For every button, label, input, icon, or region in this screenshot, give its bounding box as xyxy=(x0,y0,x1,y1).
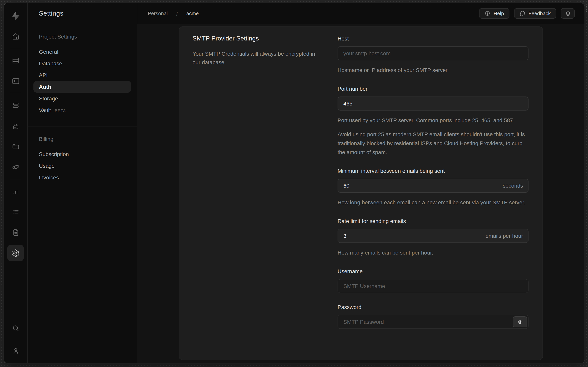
nav-item-auth[interactable]: Auth xyxy=(33,81,131,93)
nav-section-project-settings: Project Settings General Database API Au… xyxy=(28,24,137,126)
auth-lock-icon[interactable] xyxy=(7,118,24,134)
bell-icon xyxy=(564,10,571,17)
smtp-panel-description: Your SMTP Credentials will always be enc… xyxy=(193,50,322,67)
breadcrumb-org[interactable]: Personal xyxy=(148,10,168,16)
smtp-settings-panel: SMTP Provider Settings Your SMTP Credent… xyxy=(179,26,543,360)
nav-section-billing: Billing Subscription Usage Invoices xyxy=(28,126,137,193)
window-handle-dots xyxy=(586,6,587,12)
interval-helper-text: How long between each email can a new em… xyxy=(338,198,529,207)
page-title: Settings xyxy=(39,9,63,17)
rate-limit-input[interactable] xyxy=(338,229,529,243)
reveal-password-button[interactable] xyxy=(513,317,527,327)
app-window: Settings Project Settings General Databa… xyxy=(4,3,585,363)
sql-editor-icon[interactable] xyxy=(7,73,24,89)
feedback-button-label: Feedback xyxy=(529,10,551,16)
desktop-background: Settings Project Settings General Databa… xyxy=(0,0,588,367)
settings-gear-icon[interactable] xyxy=(7,245,24,261)
reports-chart-icon[interactable] xyxy=(7,183,24,199)
settings-nav-panel: Settings Project Settings General Databa… xyxy=(28,3,137,363)
notifications-button[interactable] xyxy=(561,8,575,19)
port-label: Port number xyxy=(338,86,529,92)
rail-divider xyxy=(10,179,21,179)
nav-item-invoices[interactable]: Invoices xyxy=(33,172,131,183)
header-actions: Help Feedback xyxy=(479,8,575,19)
port-input[interactable] xyxy=(338,97,529,110)
storage-folder-icon[interactable] xyxy=(7,138,24,155)
password-label: Password xyxy=(338,304,529,310)
nav-item-api[interactable]: API xyxy=(33,69,131,81)
smtp-panel-title: SMTP Provider Settings xyxy=(193,35,322,42)
host-label: Host xyxy=(338,35,529,42)
breadcrumb-project[interactable]: acme xyxy=(186,10,199,16)
beta-badge: BETA xyxy=(55,108,66,113)
rate-helper-text: How many emails can be sent per hour. xyxy=(338,248,529,257)
breadcrumb: Personal / acme xyxy=(148,10,199,17)
supabase-logo-icon[interactable] xyxy=(8,8,23,23)
help-button[interactable]: Help xyxy=(479,8,509,19)
nav-item-label: Vault xyxy=(39,107,51,113)
nav-section-header: Billing xyxy=(33,135,131,143)
content-area: Personal / acme Help Feedback xyxy=(137,3,585,363)
rate-limit-label: Rate limit for sending emails xyxy=(338,218,529,224)
speech-bubble-icon xyxy=(520,10,525,16)
nav-header: Settings xyxy=(28,3,137,24)
database-icon[interactable] xyxy=(7,97,24,113)
docs-file-icon[interactable] xyxy=(7,224,24,241)
user-icon[interactable] xyxy=(7,342,24,359)
nav-item-subscription[interactable]: Subscription xyxy=(33,148,131,160)
help-button-label: Help xyxy=(493,10,504,16)
host-helper-text: Hostname or IP address of your SMTP serv… xyxy=(338,66,529,75)
feedback-button[interactable]: Feedback xyxy=(514,8,556,19)
nav-item-usage[interactable]: Usage xyxy=(33,160,131,172)
nav-section-header: Project Settings xyxy=(33,33,131,41)
nav-item-storage[interactable]: Storage xyxy=(33,93,131,104)
settings-main: SMTP Provider Settings Your SMTP Credent… xyxy=(137,24,585,363)
rail-divider xyxy=(10,93,21,93)
smtp-form: Host Hostname or IP address of your SMTP… xyxy=(338,27,529,329)
interval-label: Minimum interval between emails being se… xyxy=(338,168,529,174)
nav-item-database[interactable]: Database xyxy=(33,58,131,69)
nav-item-general[interactable]: General xyxy=(33,46,131,58)
smtp-panel-intro: SMTP Provider Settings Your SMTP Credent… xyxy=(193,35,322,67)
port-helper-text: Port used by your SMTP server. Common po… xyxy=(338,116,529,125)
top-bar: Personal / acme Help Feedback xyxy=(137,3,585,24)
help-circle-icon xyxy=(484,10,490,16)
home-icon[interactable] xyxy=(7,28,24,44)
interval-input[interactable] xyxy=(338,179,529,193)
edge-functions-orbit-icon[interactable] xyxy=(7,159,24,175)
username-input[interactable] xyxy=(338,279,529,293)
table-editor-icon[interactable] xyxy=(7,52,24,68)
port-warning-text: Avoid using port 25 as modern SMTP email… xyxy=(338,130,529,157)
logs-list-icon[interactable] xyxy=(7,204,24,220)
eye-icon xyxy=(517,319,523,325)
nav-item-vault[interactable]: Vault BETA xyxy=(33,104,131,116)
search-icon[interactable] xyxy=(7,320,24,336)
icon-rail xyxy=(4,3,28,363)
breadcrumb-separator: / xyxy=(176,10,178,17)
username-label: Username xyxy=(338,268,529,274)
host-input[interactable] xyxy=(338,46,529,60)
rail-divider xyxy=(10,48,21,48)
password-input[interactable] xyxy=(338,315,529,329)
